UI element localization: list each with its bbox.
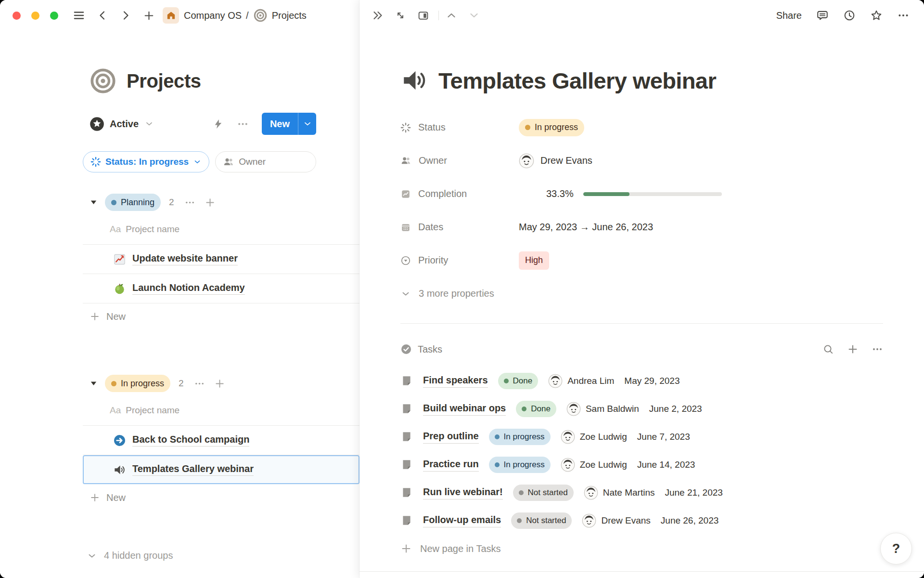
- more-properties-toggle[interactable]: 3 more properties: [400, 277, 883, 310]
- view-tab-active[interactable]: Active: [89, 116, 154, 132]
- task-status-pill[interactable]: In progress: [489, 429, 551, 445]
- new-project-row[interactable]: New: [83, 303, 359, 329]
- project-row[interactable]: Update website banner: [83, 245, 359, 274]
- collapse-triangle-icon[interactable]: [90, 198, 98, 207]
- minimize-window-button[interactable]: [31, 12, 39, 20]
- hidden-groups-toggle[interactable]: 4 hidden groups: [87, 550, 359, 561]
- task-assignee[interactable]: Drew Evans: [582, 513, 650, 528]
- property-value[interactable]: Drew Evans: [519, 153, 592, 169]
- task-date[interactable]: June 21, 2023: [665, 487, 722, 498]
- property-row-status[interactable]: Status In progress: [400, 111, 883, 144]
- share-button[interactable]: Share: [776, 10, 802, 21]
- collapse-triangle-icon[interactable]: [90, 380, 98, 388]
- more-options-icon[interactable]: [237, 118, 249, 130]
- project-title[interactable]: Launch Notion Academy: [132, 282, 245, 295]
- property-value[interactable]: High: [519, 251, 549, 270]
- help-button[interactable]: ?: [880, 533, 912, 565]
- home-breadcrumb-button[interactable]: [163, 7, 179, 24]
- previous-page-icon[interactable]: [446, 10, 457, 21]
- filter-chip-owner[interactable]: Owner: [215, 151, 316, 172]
- open-full-page-icon[interactable]: [395, 10, 406, 21]
- project-row[interactable]: Launch Notion Academy: [83, 274, 359, 303]
- task-status-pill[interactable]: In progress: [489, 457, 551, 473]
- task-date[interactable]: June 26, 2023: [661, 515, 719, 526]
- group-options-icon[interactable]: [184, 197, 195, 208]
- task-row[interactable]: Prep outline In progress Zoe Ludwig June…: [400, 423, 883, 451]
- project-row[interactable]: Back to School campaign: [83, 426, 359, 455]
- property-value[interactable]: 33.3%: [519, 188, 722, 199]
- task-date[interactable]: June 14, 2023: [637, 460, 695, 470]
- status-pill[interactable]: In progress: [519, 119, 584, 136]
- new-button[interactable]: New: [262, 113, 298, 135]
- group-add-icon[interactable]: [205, 197, 216, 208]
- group-options-icon[interactable]: [194, 378, 205, 389]
- task-title[interactable]: Build webinar ops: [423, 403, 506, 416]
- project-title[interactable]: Update website banner: [132, 253, 238, 265]
- task-row[interactable]: Build webinar ops Done Sam Baldwin June …: [400, 395, 883, 423]
- automation-bolt-icon[interactable]: [213, 118, 224, 130]
- task-date[interactable]: June 2, 2023: [649, 404, 702, 414]
- task-row[interactable]: Run live webinar! Not started Nate Marti…: [400, 479, 883, 507]
- new-button-dropdown[interactable]: [298, 113, 316, 135]
- new-task-row[interactable]: New page in Tasks: [400, 535, 883, 563]
- task-assignee[interactable]: Zoe Ludwig: [561, 458, 627, 472]
- new-tab-icon[interactable]: [143, 10, 155, 22]
- add-task-icon[interactable]: [847, 343, 859, 355]
- priority-pill[interactable]: High: [519, 251, 549, 270]
- zoom-window-button[interactable]: [50, 12, 58, 20]
- search-icon[interactable]: [822, 343, 834, 355]
- breadcrumb-workspace[interactable]: Company OS: [184, 10, 242, 21]
- group-name-pill[interactable]: Planning: [105, 194, 161, 211]
- task-date[interactable]: June 7, 2023: [637, 432, 690, 442]
- task-date[interactable]: May 29, 2023: [624, 376, 680, 386]
- project-row-selected[interactable]: Templates Gallery webinar: [83, 455, 359, 485]
- filter-chip-status[interactable]: Status: In progress: [83, 151, 209, 172]
- next-page-icon[interactable]: [468, 10, 480, 21]
- property-row-owner[interactable]: Owner Drew Evans: [400, 144, 883, 177]
- property-row-dates[interactable]: Dates May 29, 2023 → June 26, 2023: [400, 210, 883, 244]
- people-icon: [400, 155, 411, 166]
- page-title[interactable]: Templates Gallery webinar: [438, 67, 716, 94]
- more-options-icon[interactable]: [897, 9, 910, 22]
- task-status-pill[interactable]: Done: [516, 401, 556, 417]
- task-status-pill[interactable]: Done: [498, 373, 539, 389]
- comments-icon[interactable]: [816, 9, 829, 22]
- forward-icon[interactable]: [120, 10, 131, 21]
- task-assignee[interactable]: Nate Martins: [584, 486, 655, 500]
- project-title[interactable]: Templates Gallery webinar: [132, 463, 254, 476]
- task-title[interactable]: Follow-up emails: [423, 514, 501, 527]
- task-row[interactable]: Practice run In progress Zoe Ludwig June…: [400, 451, 883, 479]
- task-title[interactable]: Prep outline: [423, 431, 479, 444]
- task-status-pill[interactable]: Not started: [511, 512, 572, 529]
- property-value[interactable]: May 29, 2023 → June 26, 2023: [519, 222, 653, 233]
- property-row-completion[interactable]: Completion 33.3%: [400, 177, 883, 210]
- side-peek-mode-icon[interactable]: [417, 10, 429, 22]
- database-title[interactable]: Projects: [127, 70, 201, 92]
- task-status-pill[interactable]: Not started: [513, 485, 574, 501]
- task-row[interactable]: Find speakers Done Andrea Lim May 29, 20…: [400, 367, 883, 395]
- task-row[interactable]: Follow-up emails Not started Drew Evans …: [400, 507, 883, 535]
- property-row-priority[interactable]: Priority High: [400, 244, 883, 277]
- close-window-button[interactable]: [13, 12, 21, 20]
- task-assignee[interactable]: Andrea Lim: [548, 374, 614, 388]
- green-apple-emoji: [113, 282, 126, 295]
- task-title[interactable]: Find speakers: [423, 375, 488, 388]
- task-assignee[interactable]: Sam Baldwin: [566, 402, 639, 416]
- back-icon[interactable]: [97, 10, 108, 21]
- task-title[interactable]: Run live webinar!: [423, 486, 503, 499]
- group-name-pill[interactable]: In progress: [105, 375, 170, 392]
- new-project-row[interactable]: New: [83, 485, 359, 511]
- property-value[interactable]: In progress: [519, 119, 584, 136]
- group-add-icon[interactable]: [214, 378, 225, 389]
- project-title[interactable]: Back to School campaign: [132, 434, 249, 447]
- more-options-icon[interactable]: [872, 343, 883, 355]
- tasks-section-title[interactable]: Tasks: [400, 343, 442, 355]
- task-assignee[interactable]: Zoe Ludwig: [561, 430, 627, 444]
- updates-clock-icon[interactable]: [843, 9, 856, 22]
- favorite-star-icon[interactable]: [870, 9, 883, 22]
- speaker-emoji[interactable]: [400, 66, 428, 94]
- task-title[interactable]: Practice run: [423, 459, 479, 472]
- sidebar-toggle-icon[interactable]: [73, 9, 85, 22]
- breadcrumb-page[interactable]: Projects: [272, 10, 307, 21]
- close-peek-icon[interactable]: [372, 10, 384, 21]
